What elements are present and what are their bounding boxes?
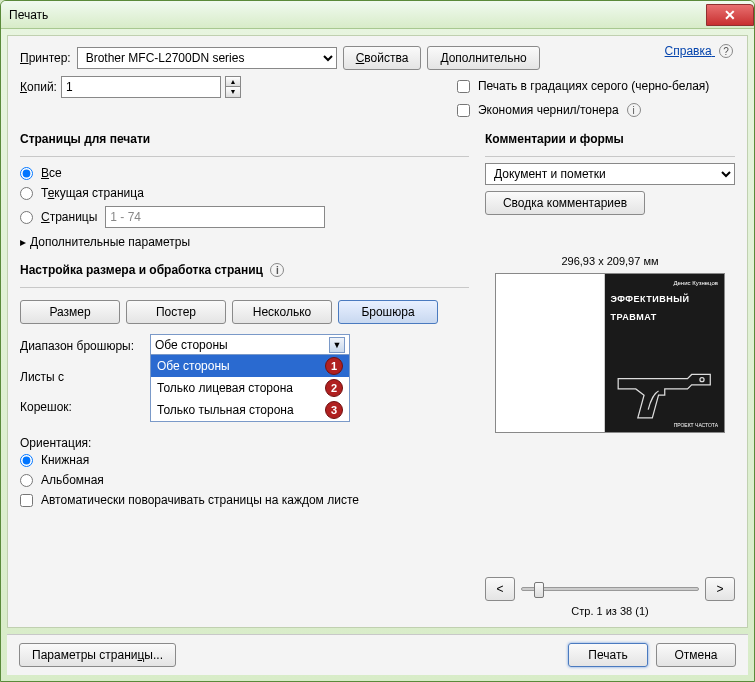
copies-options-row: Копий: ▲ ▼ Печать в градациях серого (че…	[20, 76, 735, 120]
poster-button[interactable]: Постер	[126, 300, 226, 324]
copies-input[interactable]	[61, 76, 221, 98]
right-column: Комментарии и формы Документ и пометки С…	[485, 126, 735, 617]
grayscale-label: Печать в градациях серого (черно-белая)	[478, 79, 709, 93]
size-button[interactable]: Размер	[20, 300, 120, 324]
dropdown-option-3[interactable]: Только тыльная сторона 3	[151, 399, 349, 421]
orientation-section-title: Ориентация:	[20, 436, 469, 450]
pages-range-radio-row[interactable]: Страницы	[20, 206, 469, 228]
dropdown-option-2[interactable]: Только лицевая сторона 2	[151, 377, 349, 399]
printer-label: Принтер:	[20, 51, 71, 65]
dropdown-option-1[interactable]: Обе стороны 1	[151, 355, 349, 377]
slider-thumb[interactable]	[534, 582, 544, 598]
printer-row: Принтер: Brother MFC-L2700DN series Свой…	[20, 46, 735, 70]
spine-label: Корешок:	[20, 400, 150, 414]
booklet-button[interactable]: Брошюра	[338, 300, 438, 324]
preview-page-right: Денис Кузнецов ЭФФЕКТИВНЫЙ ТРАВМАТ ПРОЕК…	[605, 274, 725, 432]
titlebar: Печать ✕	[1, 1, 754, 29]
annotation-badge-3: 3	[325, 401, 343, 419]
properties-button[interactable]: Свойства	[343, 46, 422, 70]
dropdown-display[interactable]: Обе стороны ▼	[151, 335, 349, 355]
print-button[interactable]: Печать	[568, 643, 648, 667]
preview-book-title-2: ТРАВМАТ	[611, 312, 719, 322]
close-icon: ✕	[724, 7, 736, 23]
zoom-slider[interactable]	[521, 587, 699, 591]
portrait-radio[interactable]	[20, 454, 33, 467]
comments-select[interactable]: Документ и пометки	[485, 163, 735, 185]
page-setup-button[interactable]: Параметры страницы...	[19, 643, 176, 667]
comments-summary-button[interactable]: Сводка комментариев	[485, 191, 645, 215]
pages-current-radio[interactable]	[20, 187, 33, 200]
booklet-range-label: Диапазон брошюры:	[20, 339, 150, 353]
main-columns: Страницы для печати Все Текущая страница…	[20, 126, 735, 617]
info-icon: i	[270, 263, 284, 277]
sizing-section-title: Настройка размера и обработка страниц i	[20, 263, 469, 277]
preview-book-title-1: ЭФФЕКТИВНЫЙ	[611, 294, 719, 304]
preview-box: Денис Кузнецов ЭФФЕКТИВНЫЙ ТРАВМАТ ПРОЕК…	[495, 273, 725, 433]
help-link[interactable]: Справка ?	[665, 44, 733, 58]
pages-all-radio-row[interactable]: Все	[20, 166, 469, 180]
next-page-button[interactable]: >	[705, 577, 735, 601]
pages-range-radio[interactable]	[20, 211, 33, 224]
copies-spinner: ▲ ▼	[225, 76, 241, 98]
comments-section-title: Комментарии и формы	[485, 132, 735, 146]
annotation-badge-1: 1	[325, 357, 343, 375]
inksave-label: Экономия чернил/тонера	[478, 103, 619, 117]
spinner-down[interactable]: ▼	[226, 87, 240, 97]
multiple-button[interactable]: Несколько	[232, 300, 332, 324]
inksave-checkbox[interactable]	[457, 104, 470, 117]
preview-dimensions: 296,93 x 209,97 мм	[485, 255, 735, 267]
pages-section-title: Страницы для печати	[20, 132, 469, 146]
spinner-up[interactable]: ▲	[226, 77, 240, 87]
prev-page-button[interactable]: <	[485, 577, 515, 601]
autorotate-row[interactable]: Автоматически поворачивать страницы на к…	[20, 493, 469, 507]
printer-select[interactable]: Brother MFC-L2700DN series	[77, 47, 337, 69]
page-indicator: Стр. 1 из 38 (1)	[485, 605, 735, 617]
chevron-down-icon: ▼	[329, 337, 345, 353]
landscape-radio[interactable]	[20, 474, 33, 487]
preview-book-footer: ПРОЕКТ ЧАСТОТА	[674, 422, 718, 428]
print-dialog-window: Печать ✕ Справка ? Принтер: Brother MFC-…	[0, 0, 755, 682]
chevron-right-icon: ▸	[20, 235, 26, 249]
autorotate-checkbox[interactable]	[20, 494, 33, 507]
grayscale-checkbox[interactable]	[457, 80, 470, 93]
help-icon: ?	[719, 44, 733, 58]
booklet-range-row: Диапазон брошюры: Обе стороны ▼ Обе стор…	[20, 334, 469, 358]
gun-illustration	[613, 360, 716, 422]
close-button[interactable]: ✕	[706, 4, 754, 26]
window-title: Печать	[9, 8, 48, 22]
more-params-expander[interactable]: ▸ Дополнительные параметры	[20, 235, 469, 249]
svg-point-0	[699, 378, 703, 382]
inksave-check-row[interactable]: Экономия чернил/тонера i	[457, 103, 709, 117]
sheets-label: Листы с	[20, 370, 150, 384]
pages-current-radio-row[interactable]: Текущая страница	[20, 186, 469, 200]
dialog-footer: Параметры страницы... Печать Отмена	[7, 634, 748, 675]
preview-author: Денис Кузнецов	[611, 280, 719, 286]
preview-nav-row: < >	[485, 571, 735, 601]
grayscale-check-row[interactable]: Печать в градациях серого (черно-белая)	[457, 79, 709, 93]
booklet-range-dropdown[interactable]: Обе стороны ▼ Обе стороны 1 Только лицев…	[150, 334, 350, 422]
sizing-buttons-row: Размер Постер Несколько Брошюра	[20, 300, 469, 324]
pages-range-input[interactable]	[105, 206, 325, 228]
orientation-portrait-row[interactable]: Книжная	[20, 453, 469, 467]
left-column: Страницы для печати Все Текущая страница…	[20, 126, 469, 617]
annotation-badge-2: 2	[325, 379, 343, 397]
copies-label: Копий:	[20, 80, 57, 94]
orientation-landscape-row[interactable]: Альбомная	[20, 473, 469, 487]
cancel-button[interactable]: Отмена	[656, 643, 736, 667]
dialog-content: Справка ? Принтер: Brother MFC-L2700DN s…	[7, 35, 748, 628]
pages-all-radio[interactable]	[20, 167, 33, 180]
advanced-button[interactable]: Дополнительно	[427, 46, 539, 70]
preview-page-left	[496, 274, 605, 432]
info-icon: i	[627, 103, 641, 117]
